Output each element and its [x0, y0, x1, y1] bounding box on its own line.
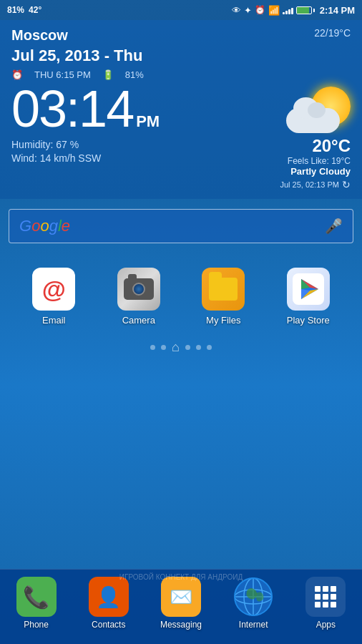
- feels-like: Feels Like: 19°C: [288, 156, 351, 166]
- current-temp: 20°C: [312, 136, 351, 156]
- app-playstore[interactable]: Play Store: [280, 268, 337, 326]
- page-dot-1: [150, 345, 155, 350]
- status-icons: 👁 ✦ ⏰ 📶 2:14 PM: [232, 5, 355, 16]
- battery-weather: 81%: [125, 69, 144, 80]
- weather-middle: 03:14 PM Humidity: 67 % Wind: 14 km/h SS…: [11, 83, 351, 190]
- dock-contacts[interactable]: 👤 Contacts: [80, 577, 137, 630]
- page-indicators: ⌂: [0, 333, 362, 362]
- wind: Wind: 14 km/h SSW: [11, 152, 160, 164]
- camera-icon: [117, 268, 160, 311]
- dock-internet[interactable]: Internet: [225, 577, 282, 630]
- alarm-time: THU 6:15 PM: [34, 69, 91, 80]
- page-dot-3: [185, 345, 190, 350]
- big-time: 03:14: [11, 83, 133, 135]
- battery-percent: 81%: [7, 5, 24, 15]
- wifi-icon: 📶: [268, 5, 280, 16]
- time-ampm: PM: [136, 112, 160, 131]
- playstore-svg: [293, 273, 324, 305]
- weather-description: Partly Cloudy: [290, 166, 351, 177]
- myfiles-label: My Files: [206, 315, 240, 326]
- page-dot-4: [196, 345, 201, 350]
- update-time: Jul 25, 02:13 PM ↻: [280, 179, 351, 190]
- page-dot-2: [161, 345, 166, 350]
- update-time-text: Jul 25, 02:13 PM: [280, 180, 339, 189]
- folder-shape: [209, 278, 238, 301]
- dock-apps[interactable]: Apps: [297, 577, 354, 630]
- alarm-time-icon: ⏰: [11, 69, 23, 80]
- messaging-icon: ✉️: [161, 577, 201, 617]
- internet-label: Internet: [239, 620, 268, 630]
- weather-top: Moscow 22/19°C: [11, 27, 351, 44]
- search-bar[interactable]: Google 🎤: [9, 209, 353, 243]
- city-name: Moscow: [11, 27, 68, 44]
- camera-body: [124, 278, 154, 300]
- weather-icon: [286, 83, 351, 133]
- camera-label: Camera: [122, 315, 155, 326]
- temperature-display: 42°: [29, 5, 41, 15]
- bluetooth-icon: ✦: [244, 5, 252, 16]
- battery-icon-weather: 🔋: [102, 69, 114, 80]
- home-indicator: ⌂: [172, 340, 180, 355]
- search-bar-container: Google 🎤: [0, 199, 362, 253]
- battery-icon: [296, 6, 315, 14]
- messaging-label: Messaging: [160, 620, 202, 630]
- playstore-icon: [287, 268, 330, 311]
- temp-range: 22/19°C: [314, 27, 351, 39]
- status-time: 2:14 PM: [320, 5, 355, 16]
- email-at-symbol: @: [42, 275, 66, 303]
- time-display: 03:14 PM Humidity: 67 % Wind: 14 km/h SS…: [11, 83, 160, 164]
- mic-icon[interactable]: 🎤: [325, 218, 343, 235]
- camera-lens: [132, 283, 145, 296]
- camera-bump: [128, 274, 137, 279]
- apps-label: Apps: [316, 620, 336, 630]
- alarm-battery-line: ⏰ THU 6:15 PM 🔋 81%: [11, 69, 351, 80]
- email-label: Email: [42, 315, 66, 326]
- status-left: 81% 42°: [7, 5, 41, 15]
- weather-widget: Moscow 22/19°C Jul 25, 2013 - Thu ⏰ THU …: [0, 20, 362, 199]
- alarm-icon: ⏰: [255, 5, 265, 15]
- eye-icon: 👁: [232, 5, 241, 16]
- internet-icon: [233, 577, 273, 617]
- weather-right: 20°C Feels Like: 19°C Partly Cloudy Jul …: [280, 83, 351, 190]
- contacts-label: Contacts: [92, 620, 125, 630]
- signal-icon: [283, 6, 293, 14]
- email-icon: @: [32, 268, 75, 311]
- cloud-icon: [286, 108, 340, 133]
- google-logo: Google: [19, 217, 325, 235]
- phone-icon: 📞: [16, 577, 57, 617]
- myfiles-icon: [202, 268, 245, 311]
- playstore-label: Play Store: [287, 315, 330, 326]
- dock: 📞 Phone 👤 Contacts ✉️ Messaging Interne: [0, 569, 362, 644]
- app-email[interactable]: @ Email: [25, 268, 82, 326]
- app-myfiles[interactable]: My Files: [195, 268, 252, 326]
- apps-icon: [305, 577, 346, 617]
- dock-messaging[interactable]: ✉️ Messaging: [152, 577, 210, 630]
- humidity: Humidity: 67 %: [11, 139, 160, 150]
- date-display: Jul 25, 2013 - Thu: [11, 47, 351, 65]
- phone-label: Phone: [24, 620, 49, 630]
- refresh-icon[interactable]: ↻: [342, 179, 351, 190]
- app-camera[interactable]: Camera: [110, 268, 167, 326]
- status-bar: 81% 42° 👁 ✦ ⏰ 📶 2:14 PM: [0, 0, 362, 20]
- dock-phone[interactable]: 📞 Phone: [8, 577, 65, 630]
- page-dot-5: [207, 345, 212, 350]
- apps-dots-grid: [309, 580, 342, 613]
- apps-grid: @ Email Camera My Files: [0, 253, 362, 333]
- contacts-icon: 👤: [89, 577, 129, 617]
- globe-svg: [233, 577, 273, 617]
